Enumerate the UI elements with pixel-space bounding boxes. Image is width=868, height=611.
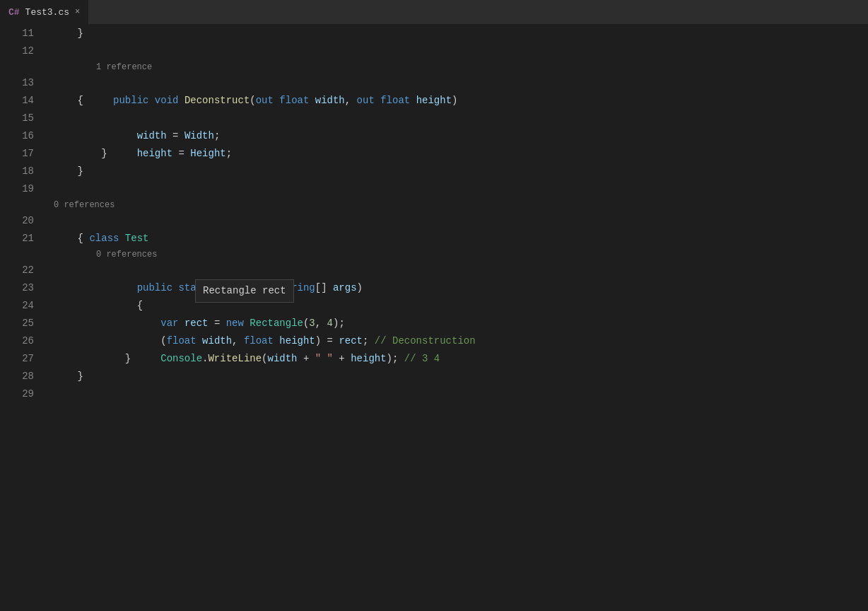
- code-line-12: [54, 42, 868, 60]
- tooltip-rectangle-rect: Rectangle rect: [195, 279, 294, 303]
- tab-filename: Test3.cs: [25, 7, 69, 18]
- ln-12: 12: [0, 42, 34, 60]
- close-tab-button[interactable]: ×: [75, 7, 80, 17]
- ln-13: 13: [0, 74, 34, 92]
- code-line-22: public static void Main(string[] args): [54, 262, 868, 279]
- csharp-icon: C#: [8, 7, 20, 18]
- editor-area: 11 12 13 14 15 16 17 18 19 20 21 22 23 2…: [0, 25, 868, 611]
- ref-hint-22: 0 references: [54, 248, 868, 262]
- ln-26: 26: [0, 332, 34, 350]
- code-line-11: }: [54, 25, 868, 42]
- ln-20: 20: [0, 212, 34, 230]
- code-line-29: [54, 385, 868, 403]
- ln-29: 29: [0, 385, 34, 403]
- ln-11: 11: [0, 25, 34, 42]
- code-line-16: height = Height;: [54, 127, 868, 145]
- ln-25: 25: [0, 315, 34, 332]
- code-line-18: }: [54, 163, 868, 180]
- code-content[interactable]: } 1 reference public void Deconstruct(ou…: [42, 25, 868, 611]
- code-line-25: (float width, float height) = rect; // D…: [54, 315, 868, 332]
- code-line-19: [54, 180, 868, 198]
- code-line-14: {: [54, 92, 868, 110]
- tab-test3[interactable]: C# Test3.cs ×: [0, 0, 89, 25]
- ln-ref-20: [0, 198, 34, 212]
- code-line-27: }: [54, 350, 868, 368]
- ln-24: 24: [0, 297, 34, 315]
- code-line-28: }: [54, 368, 868, 385]
- line-numbers: 11 12 13 14 15 16 17 18 19 20 21 22 23 2…: [0, 25, 42, 611]
- ln-22: 22: [0, 262, 34, 279]
- code-line-20: class Test: [54, 212, 868, 230]
- code-line-26: Console.WriteLine(width + " " + height);…: [54, 332, 868, 350]
- ln-19: 19: [0, 180, 34, 198]
- ln-23: 23: [0, 279, 34, 297]
- ln-ref-22: [0, 248, 34, 262]
- ln-28: 28: [0, 368, 34, 385]
- ln-21: 21: [0, 230, 34, 248]
- ln-ref-13: [0, 60, 34, 74]
- code-line-21: {: [54, 230, 868, 248]
- ln-15: 15: [0, 110, 34, 127]
- ref-hint-13: 1 reference: [54, 60, 868, 74]
- code-line-13: public void Deconstruct(out float width,…: [54, 74, 868, 92]
- ln-14: 14: [0, 92, 34, 110]
- code-line-23: { Rectangle rect: [54, 279, 868, 297]
- ln-27: 27: [0, 350, 34, 368]
- ref-hint-20: 0 references: [54, 198, 868, 212]
- ln-16: 16: [0, 127, 34, 145]
- code-line-17: }: [54, 145, 868, 163]
- code-line-15: width = Width;: [54, 110, 868, 127]
- ln-17: 17: [0, 145, 34, 163]
- code-line-24: var rect = new Rectangle(3, 4);: [54, 297, 868, 315]
- ln-18: 18: [0, 163, 34, 180]
- tab-bar: C# Test3.cs ×: [0, 0, 868, 25]
